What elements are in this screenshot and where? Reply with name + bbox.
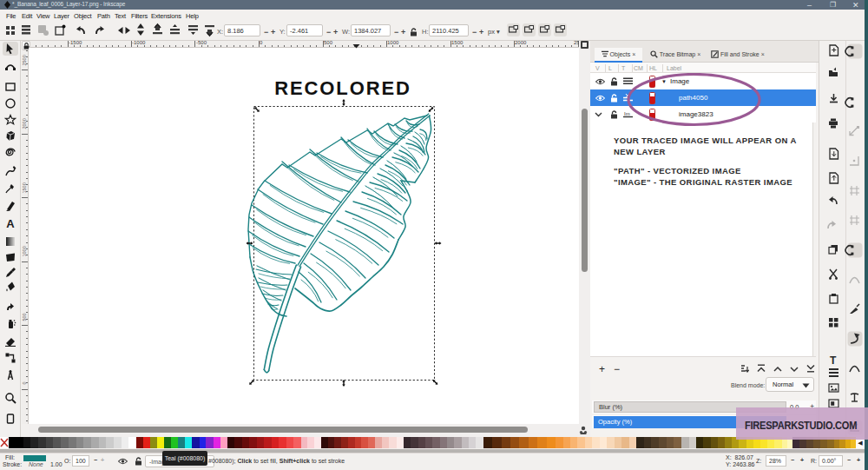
svg-text:T: T [830,354,837,367]
